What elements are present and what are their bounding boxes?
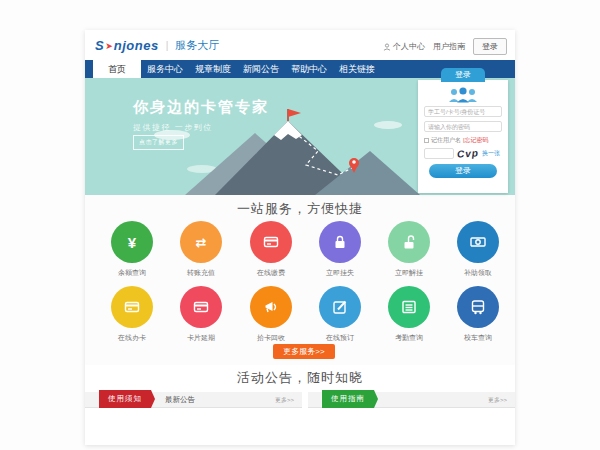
logo-text-right: njones bbox=[114, 38, 159, 53]
service-release-loss[interactable]: 立即解挂 bbox=[379, 221, 439, 278]
service-online-booking[interactable]: 在线预订 bbox=[310, 286, 370, 343]
captcha-image: Cvp bbox=[457, 147, 480, 160]
service-label: 立即解挂 bbox=[379, 268, 439, 278]
unlock-icon bbox=[388, 221, 430, 263]
services-section: 一站服务，方便快捷 ¥余额查询⇄转账充值在线缴费立即挂失立即解挂补助领取在线办卡… bbox=[85, 195, 515, 365]
captcha-refresh-link[interactable]: 换一张 bbox=[482, 149, 500, 158]
announcements-title: 活动公告，随时知晓 bbox=[85, 369, 515, 387]
login-tab[interactable]: 登录 bbox=[441, 68, 485, 82]
site-page: S ➤ njones | 服务大厅 个人中心 用户指南 登录 首页服务中心规章制… bbox=[85, 30, 515, 445]
service-label: 补助领取 bbox=[448, 268, 508, 278]
service-label: 在线预订 bbox=[310, 333, 370, 343]
nav-item-home[interactable]: 首页 bbox=[93, 60, 141, 78]
nav-item-rules[interactable]: 规章制度 bbox=[189, 60, 237, 78]
service-school-bus-inquiry[interactable]: 校车查询 bbox=[448, 286, 508, 343]
nav-item-help[interactable]: 帮助中心 bbox=[285, 60, 333, 78]
personal-center-link[interactable]: 个人中心 bbox=[383, 41, 425, 52]
yuan-icon: ¥ bbox=[111, 221, 153, 263]
logo[interactable]: S ➤ njones | 服务大厅 bbox=[95, 38, 219, 53]
remember-checkbox[interactable] bbox=[424, 138, 429, 143]
banknote-icon bbox=[457, 221, 499, 263]
captcha-input[interactable] bbox=[424, 148, 454, 159]
service-label: 在线办卡 bbox=[102, 333, 162, 343]
password-input[interactable] bbox=[424, 121, 502, 132]
forgot-password-link[interactable]: |忘记密码 bbox=[463, 136, 489, 145]
site-name: 服务大厅 bbox=[175, 38, 219, 53]
service-label: 在线缴费 bbox=[241, 268, 301, 278]
announcements-section: 活动公告，随时知晓 使用须知 最新公告 更多>> 使用指南 更多>> bbox=[85, 365, 515, 445]
service-label: 转账充值 bbox=[171, 268, 231, 278]
login-submit-button[interactable]: 登录 bbox=[429, 164, 497, 178]
service-online-payment[interactable]: 在线缴费 bbox=[241, 221, 301, 278]
service-label: 校车查询 bbox=[448, 333, 508, 343]
edit-icon bbox=[319, 286, 361, 328]
megaphone-icon bbox=[250, 286, 292, 328]
service-online-card-apply[interactable]: 在线办卡 bbox=[102, 286, 162, 343]
tab-usage-guide[interactable]: 使用指南 bbox=[322, 390, 374, 408]
screenshot-frame: S ➤ njones | 服务大厅 个人中心 用户指南 登录 首页服务中心规章制… bbox=[0, 0, 600, 450]
username-input[interactable] bbox=[424, 106, 502, 117]
service-label: 卡片延期 bbox=[171, 333, 231, 343]
card-icon bbox=[111, 286, 153, 328]
user-icon bbox=[383, 43, 391, 51]
service-transfer-recharge[interactable]: ⇄转账充值 bbox=[171, 221, 231, 278]
card-icon bbox=[250, 221, 292, 263]
nav-item-news[interactable]: 新闻公告 bbox=[237, 60, 285, 78]
logo-text-left: S bbox=[95, 38, 104, 53]
remember-label: 记住用户名 bbox=[431, 136, 461, 145]
card-icon bbox=[180, 286, 222, 328]
service-attendance-inquiry[interactable]: 考勤查询 bbox=[379, 286, 439, 343]
header-divider: | bbox=[166, 40, 169, 51]
bus-icon bbox=[457, 286, 499, 328]
mountain-illustration bbox=[140, 107, 420, 195]
announcements-right-panel: 使用指南 更多>> bbox=[308, 392, 515, 408]
announcements-left-panel: 使用须知 最新公告 更多>> bbox=[85, 392, 302, 408]
logo-arrow-icon: ➤ bbox=[105, 41, 113, 51]
nav-item-links[interactable]: 相关链接 bbox=[333, 60, 381, 78]
hero-cta-button[interactable]: 点击了解更多 bbox=[133, 135, 184, 150]
service-label: 拾卡回收 bbox=[241, 333, 301, 343]
nav-item-service-center[interactable]: 服务中心 bbox=[141, 60, 189, 78]
list-icon bbox=[388, 286, 430, 328]
service-label: 立即挂失 bbox=[310, 268, 370, 278]
site-header: S ➤ njones | 服务大厅 个人中心 用户指南 登录 bbox=[85, 30, 515, 60]
left-more-link[interactable]: 更多>> bbox=[275, 392, 294, 408]
services-title: 一站服务，方便快捷 bbox=[85, 200, 515, 218]
hero-title: 你身边的卡管专家 bbox=[133, 98, 269, 117]
service-label: 余额查询 bbox=[102, 268, 162, 278]
login-card: 记住用户名 |忘记密码 Cvp 换一张 登录 bbox=[418, 80, 508, 193]
service-subsidy-collection[interactable]: 补助领取 bbox=[448, 221, 508, 278]
service-card-pickup[interactable]: 拾卡回收 bbox=[241, 286, 301, 343]
header-login-button[interactable]: 登录 bbox=[473, 38, 507, 55]
hero-subtitle: 提供捷径 一步到位 bbox=[133, 122, 213, 133]
tab-usage-notice[interactable]: 使用须知 bbox=[99, 390, 151, 408]
service-card-extension[interactable]: 卡片延期 bbox=[171, 286, 231, 343]
transfer-icon: ⇄ bbox=[180, 221, 222, 263]
right-more-link[interactable]: 更多>> bbox=[488, 392, 507, 408]
header-links: 个人中心 用户指南 登录 bbox=[383, 38, 507, 55]
service-label: 考勤查询 bbox=[379, 333, 439, 343]
user-guide-link[interactable]: 用户指南 bbox=[433, 41, 465, 52]
users-icon bbox=[446, 87, 480, 103]
lock-icon bbox=[319, 221, 361, 263]
more-services-button[interactable]: 更多服务>> bbox=[273, 344, 335, 359]
service-balance-inquiry[interactable]: ¥余额查询 bbox=[102, 221, 162, 278]
service-report-loss[interactable]: 立即挂失 bbox=[310, 221, 370, 278]
tab-latest-announcements[interactable]: 最新公告 bbox=[165, 392, 195, 408]
